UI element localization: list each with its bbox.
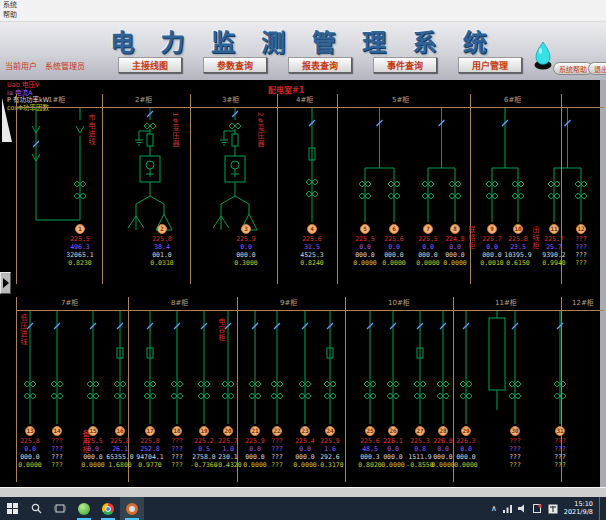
section-label: 2#柜 [135,94,152,104]
help-button[interactable]: 系统帮助 [553,62,593,75]
section-label: 11#柜 [495,297,517,307]
chrome-icon [102,503,114,515]
taskbar: ∧ 15:10 2021/9/8 [0,497,606,520]
nav-button-5[interactable]: 用户管理 [458,57,522,73]
tray-chevron-icon[interactable]: ∧ [491,504,497,513]
readout-powerfactor: ??? [37,461,77,469]
section-label: 12#柜 [572,297,594,307]
readout-power: 4525.3 [292,251,332,259]
readout-powerfactor: 0.0000 [446,461,486,469]
bay-number-badge[interactable]: 3 [241,224,251,234]
bay-readout: 1225.5496.332065.10.8230 [60,224,100,267]
scada-canvas: Uab 电压VIa 电流AP 有功功率kWcosΦ功率因数 配电室#1 1#柜2… [0,80,606,487]
bus-line [16,107,604,108]
bay-number-badge[interactable]: 7 [423,224,433,234]
show-desktop-button[interactable] [599,497,603,520]
bay-number-badge[interactable]: 26 [388,426,398,436]
readout-power: ??? [37,453,77,461]
scada-app-icon [126,503,138,515]
diagram-segment [150,196,164,204]
nav-button-4[interactable]: 事件查询 [373,57,437,73]
section-divider [16,94,17,284]
task-view-button[interactable] [48,497,72,520]
bay-number-badge[interactable]: 12 [576,224,586,234]
feeder-vertical-label: 低压进线 [18,314,28,346]
network-icon[interactable] [503,504,512,513]
bay-number-badge[interactable]: 24 [325,426,335,436]
start-button[interactable] [0,497,24,520]
windows-logo-icon [7,503,18,514]
readout-current: 23.5 [498,243,538,251]
task-view-icon [54,503,66,514]
bay-number-badge[interactable]: 14 [52,426,62,436]
bay-number-badge[interactable]: 1 [75,224,85,234]
notification-badge-icon[interactable] [533,504,542,513]
bay-number-badge[interactable]: 5 [360,224,370,234]
app-title: 电 力 监 测 管 理 系 统 [0,23,606,58]
readout-powerfactor: 0.6150 [498,259,538,267]
bay-readout: 4225.631.54525.30.8240 [292,224,332,267]
page-back-arrow-icon[interactable] [0,92,14,152]
clock-date: 2021/9/8 [564,509,593,517]
readout-current: ??? [540,445,580,453]
taskbar-app-scada-active[interactable] [120,497,144,520]
bay-number-badge[interactable]: 15 [88,426,98,436]
bay-number-badge[interactable]: 30 [510,426,520,436]
bay-number-badge[interactable]: 4 [307,224,317,234]
readout-current: 31.5 [292,243,332,251]
nav-button-3[interactable]: 报表查询 [288,57,352,73]
bay-number-badge[interactable]: 29 [461,426,471,436]
bay-number-badge[interactable]: 11 [549,224,559,234]
bay-readout: 8224.80.0000.00.0000 [435,224,475,267]
diagram-circle [231,161,239,169]
bay-number-badge[interactable]: 9 [487,224,497,234]
taskbar-app-chrome[interactable] [96,497,120,520]
menu-item-help[interactable]: 帮助 [0,10,606,20]
bay-readout: 3225.90.0000.00.3000 [226,224,266,267]
bay-number-badge[interactable]: 16 [115,426,125,436]
readout-voltage: ??? [495,437,535,445]
taskbar-clock[interactable]: 15:10 2021/9/8 [564,501,593,516]
readout-current: 0.0 [226,243,266,251]
readout-power: 292.6 [310,453,350,461]
readout-voltage: 225.5 [60,235,100,243]
readout-voltage: 225.9 [310,437,350,445]
section-label: 3#柜 [222,94,239,104]
section-divider [337,94,338,284]
bay-number-badge[interactable]: 10 [513,224,523,234]
window-status-strip [0,487,606,497]
bay-number-badge[interactable]: 2 [157,224,167,234]
bay-number-badge[interactable]: 22 [272,426,282,436]
bay-number-badge[interactable]: 17 [145,426,155,436]
bay-number-badge[interactable]: 18 [172,426,182,436]
status-lamp-icon [534,40,552,74]
taskbar-app-green[interactable] [72,497,96,520]
exit-button[interactable]: 退出 [588,62,606,75]
right-triangle-icon [3,278,9,288]
readout-current: ??? [37,445,77,453]
bay-number-badge[interactable]: 6 [389,224,399,234]
readout-powerfactor: ??? [540,461,580,469]
bay-number-badge[interactable]: 20 [223,426,233,436]
bay-number-badge[interactable]: 13 [25,426,35,436]
readout-powerfactor: 0.0000 [435,259,475,267]
section-label: 6#柜 [504,94,521,104]
bay-number-badge[interactable]: 8 [450,224,460,234]
readout-powerfactor: 0.3000 [226,259,266,267]
search-icon [31,503,42,514]
nav-button-2[interactable]: 参数查询 [203,57,267,73]
nav-button-1[interactable]: 主接线图 [118,57,182,73]
readout-powerfactor: ??? [561,259,601,267]
ime-icon[interactable] [548,504,558,514]
section-label: 5#柜 [392,94,409,104]
screen: 系统 帮助 电 力 监 测 管 理 系 统 当前用户 系统管理员 主接线图参数查… [0,0,606,520]
menu-item-system[interactable]: 系统 [0,0,606,10]
section-label: 8#柜 [171,297,188,307]
readout-voltage: ??? [37,437,77,445]
bay-number-badge[interactable]: 23 [300,426,310,436]
search-button[interactable] [24,497,48,520]
scroll-right-button[interactable] [0,272,11,294]
diagram-segment [229,123,241,129]
volume-icon[interactable] [518,504,527,513]
bay-number-badge[interactable]: 31 [555,426,565,436]
